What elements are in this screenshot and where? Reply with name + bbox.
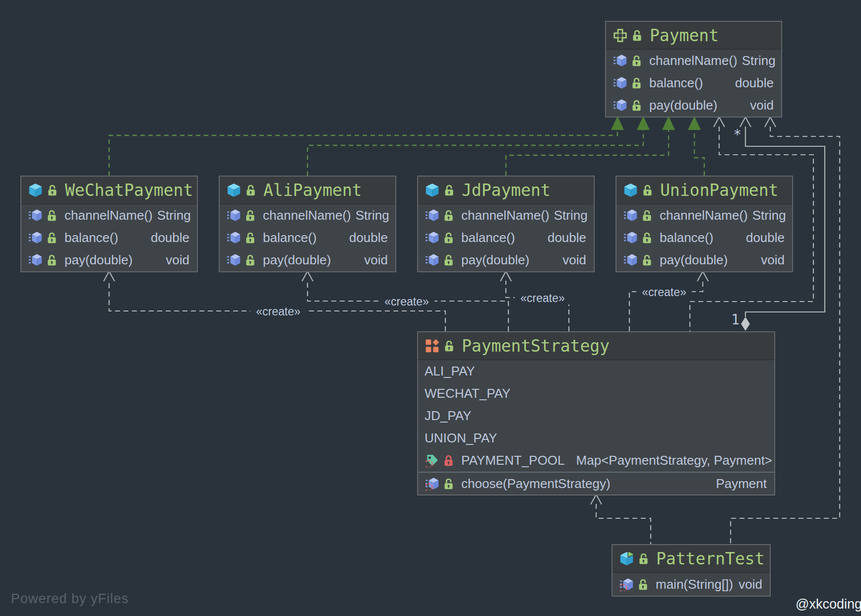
- static-field-icon: [426, 454, 439, 467]
- method-name: balance(): [461, 230, 515, 246]
- dependency-arrowhead: [302, 271, 313, 281]
- node-header: UnionPayment: [616, 177, 792, 204]
- lock-open-icon: [245, 209, 255, 222]
- method-type: double: [349, 230, 388, 246]
- class-node-patterntest[interactable]: PatternTest main(String[]) void: [612, 544, 771, 597]
- member-row: balance() double: [606, 72, 781, 94]
- method-type: String: [157, 208, 191, 223]
- method-type: double: [151, 230, 189, 246]
- realization-triangle: [637, 116, 650, 130]
- class-icon: [227, 183, 241, 197]
- method-icon: [426, 253, 439, 267]
- method-name: pay(double): [263, 252, 331, 268]
- method-name: balance(): [649, 75, 703, 91]
- method-name: channelName(): [649, 53, 738, 68]
- realization-triangle: [662, 116, 675, 130]
- class-node-alipayment[interactable]: AliPayment channelName() String balance(…: [219, 176, 396, 272]
- method-icon: [29, 209, 42, 222]
- class-title: WeChatPayment: [65, 181, 193, 200]
- member-row: main(String[]) void: [613, 573, 770, 596]
- lock-open-icon: [47, 254, 57, 266]
- method-icon: [624, 209, 637, 222]
- lock-open-icon: [443, 478, 454, 490]
- node-header: Payment: [606, 22, 781, 50]
- lock-open-icon: [638, 553, 649, 565]
- edge-create-union[interactable]: «create»: [629, 271, 708, 331]
- class-title: PaymentStrategy: [462, 336, 610, 356]
- member-row: channelName() String: [21, 204, 197, 227]
- member-row: choose(PaymentStrategy) Payment: [418, 472, 774, 494]
- lock-open-icon: [443, 232, 454, 244]
- member-row: pay(double) void: [220, 249, 395, 271]
- create-label: «create»: [642, 286, 686, 299]
- edge-dependency-test-strategy[interactable]: [591, 494, 651, 544]
- class-node-payment[interactable]: Payment channelName() String balance() d…: [605, 21, 782, 118]
- method-type: double: [548, 230, 586, 246]
- field-name: PAYMENT_POOL: [461, 453, 565, 468]
- lock-closed-icon: [443, 454, 454, 467]
- lock-open-icon: [443, 254, 454, 266]
- lock-open-icon: [444, 340, 454, 352]
- method-type: double: [735, 75, 774, 91]
- method-type: void: [166, 252, 189, 268]
- class-node-jdpayment[interactable]: JdPayment channelName() String balance()…: [417, 176, 595, 272]
- lock-open-icon: [245, 254, 255, 266]
- method-name: channelName(): [263, 208, 351, 223]
- lock-open-icon: [642, 209, 652, 222]
- edge-realization-union-payment[interactable]: [688, 116, 704, 176]
- class-title: Payment: [650, 26, 719, 45]
- edge-create-jd[interactable]: «create»: [500, 271, 570, 331]
- member-row: balance() double: [418, 227, 594, 249]
- enum-icon: [425, 339, 439, 353]
- node-header: PatternTest: [613, 545, 770, 573]
- node-header: WeChatPayment: [21, 177, 197, 204]
- enum-constant-row: JD_PAY: [418, 405, 774, 427]
- create-label: «create»: [256, 305, 301, 318]
- method-name: pay(double): [461, 252, 529, 268]
- edge-create-ali[interactable]: «create»: [302, 271, 508, 331]
- lock-open-icon: [444, 184, 454, 196]
- method-name: pay(double): [64, 252, 132, 268]
- method-type: void: [364, 252, 388, 268]
- enum-constant-row: ALI_PAY: [418, 360, 774, 382]
- lock-open-icon: [638, 578, 648, 591]
- enum-constant: JD_PAY: [425, 408, 471, 424]
- method-icon: [614, 76, 627, 90]
- method-type: void: [738, 577, 762, 592]
- class-title: PatternTest: [656, 549, 765, 568]
- edge-realization-ali-payment[interactable]: [308, 116, 650, 176]
- method-icon: [624, 231, 637, 245]
- method-icon: [614, 54, 627, 67]
- class-node-wechatpayment[interactable]: WeChatPayment channelName() String balan…: [20, 176, 198, 272]
- lock-open-icon: [47, 232, 57, 244]
- class-title: AliPayment: [263, 181, 362, 200]
- lock-open-icon: [47, 184, 58, 196]
- node-header: JdPayment: [418, 177, 594, 204]
- method-name: channelName(): [64, 208, 153, 223]
- member-row: pay(double) void: [616, 249, 792, 271]
- method-type: String: [752, 208, 786, 223]
- lock-open-icon: [245, 232, 255, 244]
- lock-open-icon: [642, 184, 653, 196]
- method-icon: [227, 231, 241, 245]
- lock-open-icon: [632, 29, 642, 42]
- dependency-arrowhead: [500, 271, 511, 281]
- enum-node-paymentstrategy[interactable]: PaymentStrategy ALI_PAY WECHAT_PAY JD_PA…: [417, 331, 775, 495]
- dependency-arrowhead: [104, 271, 115, 281]
- author-credit: @xkcoding: [796, 597, 861, 612]
- dependency-arrowhead: [591, 494, 602, 504]
- lock-open-icon: [631, 55, 642, 67]
- static-method-icon: [620, 578, 633, 591]
- class-node-unionpayment[interactable]: UnionPayment channelName() String balanc…: [615, 176, 793, 272]
- field-row: PAYMENT_POOL Map<PaymentStrategy, Paymen…: [418, 449, 774, 472]
- method-type: void: [562, 252, 586, 268]
- class-icon: [623, 183, 638, 197]
- class-title: UnionPayment: [660, 181, 778, 200]
- class-title: JdPayment: [462, 181, 551, 200]
- interface-icon: [613, 28, 627, 43]
- member-row: pay(double) void: [418, 249, 594, 271]
- member-row: channelName() String: [220, 204, 395, 227]
- method-type: String: [356, 208, 389, 223]
- method-icon: [614, 99, 627, 112]
- member-row: balance() double: [220, 227, 395, 249]
